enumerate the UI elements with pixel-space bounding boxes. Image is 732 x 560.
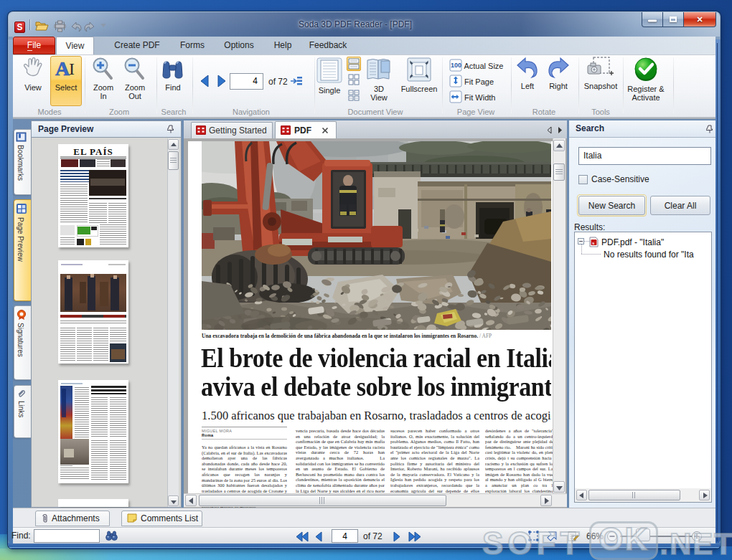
svg-text:A: A [55,57,70,80]
svg-text:100: 100 [451,62,461,69]
svg-text:I: I [69,60,75,78]
